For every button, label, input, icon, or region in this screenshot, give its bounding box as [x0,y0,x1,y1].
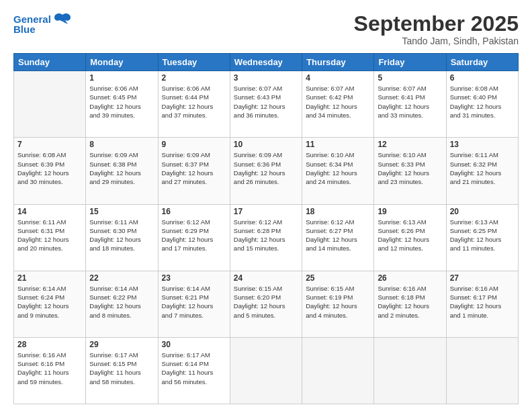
day-number: 6 [450,73,515,83]
day-number: 19 [378,207,442,216]
day-info: Sunrise: 6:16 AM Sunset: 6:16 PM Dayligh… [17,351,82,386]
table-cell: 4Sunrise: 6:07 AM Sunset: 6:42 PM Daylig… [302,71,374,138]
table-cell: 18Sunrise: 6:12 AM Sunset: 6:27 PM Dayli… [302,204,374,271]
table-cell: 28Sunrise: 6:16 AM Sunset: 6:16 PM Dayli… [14,337,86,404]
table-cell [446,337,518,404]
day-info: Sunrise: 6:14 AM Sunset: 6:21 PM Dayligh… [162,284,226,320]
week-row-4: 28Sunrise: 6:16 AM Sunset: 6:16 PM Dayli… [14,337,519,404]
header-row: Sunday Monday Tuesday Wednesday Thursday… [14,54,519,71]
col-saturday: Saturday [446,54,518,71]
day-number: 21 [17,273,82,283]
week-row-3: 21Sunrise: 6:14 AM Sunset: 6:24 PM Dayli… [14,271,519,337]
day-number: 2 [162,73,226,83]
day-info: Sunrise: 6:11 AM Sunset: 6:30 PM Dayligh… [89,218,154,253]
day-number: 4 [306,73,370,83]
day-number: 20 [450,207,515,216]
day-number: 17 [234,207,298,216]
day-number: 9 [162,140,226,149]
subtitle: Tando Jam, Sindh, Pakistan [354,36,519,46]
table-cell: 11Sunrise: 6:10 AM Sunset: 6:34 PM Dayli… [302,138,374,204]
col-tuesday: Tuesday [158,54,230,71]
day-number: 24 [234,273,298,283]
col-friday: Friday [374,54,446,71]
table-cell: 21Sunrise: 6:14 AM Sunset: 6:24 PM Dayli… [14,271,86,337]
day-number: 3 [234,73,298,83]
day-number: 14 [17,207,82,216]
col-wednesday: Wednesday [230,54,302,71]
page: General Blue September 2025 Tando Jam, S… [0,0,532,411]
day-number: 27 [450,273,515,283]
day-info: Sunrise: 6:12 AM Sunset: 6:27 PM Dayligh… [306,218,370,253]
table-cell: 12Sunrise: 6:10 AM Sunset: 6:33 PM Dayli… [374,138,446,204]
day-number: 30 [162,340,226,349]
table-cell: 5Sunrise: 6:07 AM Sunset: 6:41 PM Daylig… [374,71,446,138]
day-info: Sunrise: 6:12 AM Sunset: 6:28 PM Dayligh… [234,218,298,253]
day-number: 12 [378,140,442,149]
title-block: September 2025 Tando Jam, Sindh, Pakista… [354,12,519,46]
table-cell: 24Sunrise: 6:15 AM Sunset: 6:20 PM Dayli… [230,271,302,337]
day-info: Sunrise: 6:16 AM Sunset: 6:18 PM Dayligh… [378,284,442,320]
day-number: 22 [89,273,154,283]
table-cell: 16Sunrise: 6:12 AM Sunset: 6:29 PM Dayli… [158,204,230,271]
table-cell: 8Sunrise: 6:09 AM Sunset: 6:38 PM Daylig… [86,138,158,204]
day-number: 15 [89,207,154,216]
day-info: Sunrise: 6:15 AM Sunset: 6:20 PM Dayligh… [234,284,298,320]
table-cell: 27Sunrise: 6:16 AM Sunset: 6:17 PM Dayli… [446,271,518,337]
day-info: Sunrise: 6:16 AM Sunset: 6:17 PM Dayligh… [450,284,515,320]
table-cell: 9Sunrise: 6:09 AM Sunset: 6:37 PM Daylig… [158,138,230,204]
week-row-1: 7Sunrise: 6:08 AM Sunset: 6:39 PM Daylig… [14,138,519,204]
day-info: Sunrise: 6:14 AM Sunset: 6:22 PM Dayligh… [89,284,154,320]
table-cell: 30Sunrise: 6:17 AM Sunset: 6:14 PM Dayli… [158,337,230,404]
day-number: 11 [306,140,370,149]
table-cell: 22Sunrise: 6:14 AM Sunset: 6:22 PM Dayli… [86,271,158,337]
day-info: Sunrise: 6:15 AM Sunset: 6:19 PM Dayligh… [306,284,370,320]
day-info: Sunrise: 6:09 AM Sunset: 6:36 PM Dayligh… [234,150,298,186]
day-info: Sunrise: 6:10 AM Sunset: 6:34 PM Dayligh… [306,150,370,186]
day-info: Sunrise: 6:13 AM Sunset: 6:26 PM Dayligh… [378,218,442,253]
table-cell: 17Sunrise: 6:12 AM Sunset: 6:28 PM Dayli… [230,204,302,271]
col-sunday: Sunday [14,54,86,71]
col-monday: Monday [86,54,158,71]
day-info: Sunrise: 6:09 AM Sunset: 6:38 PM Dayligh… [89,150,154,186]
header: General Blue September 2025 Tando Jam, S… [13,12,519,46]
week-row-0: 1Sunrise: 6:06 AM Sunset: 6:45 PM Daylig… [14,71,519,138]
table-cell: 29Sunrise: 6:17 AM Sunset: 6:15 PM Dayli… [86,337,158,404]
day-info: Sunrise: 6:12 AM Sunset: 6:29 PM Dayligh… [162,218,226,253]
day-info: Sunrise: 6:11 AM Sunset: 6:32 PM Dayligh… [450,150,515,186]
table-cell: 7Sunrise: 6:08 AM Sunset: 6:39 PM Daylig… [14,138,86,204]
table-cell: 6Sunrise: 6:08 AM Sunset: 6:40 PM Daylig… [446,71,518,138]
table-cell: 26Sunrise: 6:16 AM Sunset: 6:18 PM Dayli… [374,271,446,337]
day-number: 16 [162,207,226,216]
day-info: Sunrise: 6:09 AM Sunset: 6:37 PM Dayligh… [162,150,226,186]
table-cell: 3Sunrise: 6:07 AM Sunset: 6:43 PM Daylig… [230,71,302,138]
logo: General Blue [13,12,72,36]
table-cell: 19Sunrise: 6:13 AM Sunset: 6:26 PM Dayli… [374,204,446,271]
day-info: Sunrise: 6:17 AM Sunset: 6:15 PM Dayligh… [89,351,154,386]
day-number: 23 [162,273,226,283]
day-number: 1 [89,73,154,83]
day-info: Sunrise: 6:07 AM Sunset: 6:42 PM Dayligh… [306,84,370,120]
day-number: 26 [378,273,442,283]
week-row-2: 14Sunrise: 6:11 AM Sunset: 6:31 PM Dayli… [14,204,519,271]
day-number: 18 [306,207,370,216]
table-cell [302,337,374,404]
day-number: 28 [17,340,82,349]
day-info: Sunrise: 6:08 AM Sunset: 6:40 PM Dayligh… [450,84,515,120]
day-info: Sunrise: 6:07 AM Sunset: 6:43 PM Dayligh… [234,84,298,120]
day-number: 13 [450,140,515,149]
table-cell [14,71,86,138]
day-number: 25 [306,273,370,283]
main-title: September 2025 [354,12,519,36]
day-info: Sunrise: 6:08 AM Sunset: 6:39 PM Dayligh… [17,150,82,186]
day-number: 8 [89,140,154,149]
day-info: Sunrise: 6:17 AM Sunset: 6:14 PM Dayligh… [162,351,226,386]
table-cell: 23Sunrise: 6:14 AM Sunset: 6:21 PM Dayli… [158,271,230,337]
col-thursday: Thursday [302,54,374,71]
calendar-table: Sunday Monday Tuesday Wednesday Thursday… [13,53,519,404]
day-info: Sunrise: 6:14 AM Sunset: 6:24 PM Dayligh… [17,284,82,320]
day-info: Sunrise: 6:06 AM Sunset: 6:44 PM Dayligh… [162,84,226,120]
table-cell: 15Sunrise: 6:11 AM Sunset: 6:30 PM Dayli… [86,204,158,271]
table-cell: 1Sunrise: 6:06 AM Sunset: 6:45 PM Daylig… [86,71,158,138]
day-number: 10 [234,140,298,149]
day-info: Sunrise: 6:06 AM Sunset: 6:45 PM Dayligh… [89,84,154,120]
